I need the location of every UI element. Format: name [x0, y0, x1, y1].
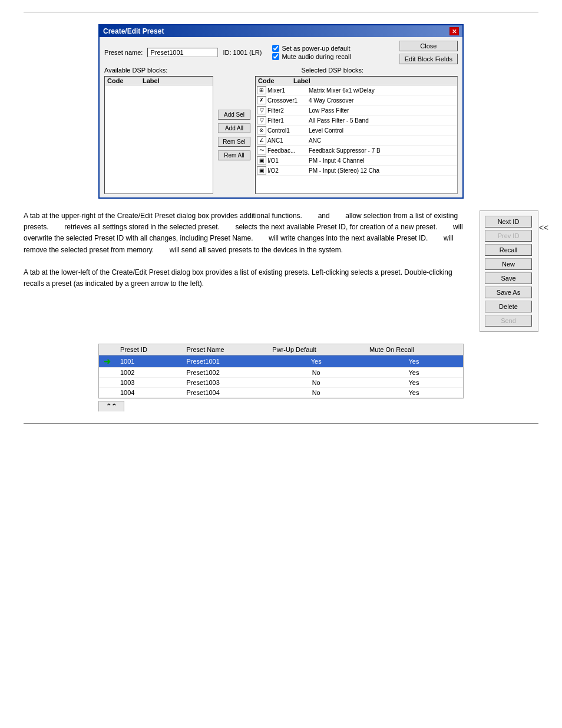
page-container: Create/Edit Preset ✕ Preset name: ID: 10… — [0, 0, 562, 436]
block-icon: ⊞ — [257, 86, 266, 94]
send-button[interactable]: Send — [485, 315, 532, 327]
add-all-button[interactable]: Add All — [218, 123, 250, 133]
available-dsp-panel[interactable]: Code Label — [104, 76, 213, 194]
side-buttons-panel: Next ID Prev ID Recall New Save Save As … — [480, 210, 538, 332]
checkbox-group: Set as power-up default Mute audio durin… — [272, 45, 351, 60]
edit-block-fields-button[interactable]: Edit Block Fields — [399, 54, 458, 64]
block-code: I/O1 — [267, 157, 309, 164]
tab-item[interactable]: ⌃⌃ — [98, 401, 124, 411]
block-label: Feedback Suppressor - 7 B — [309, 147, 456, 154]
block-icon: ▽ — [257, 116, 266, 124]
selected-dsp-panel[interactable]: Code Label ⊞ Mixer1 Matrix Mixer 6x1 w/D… — [255, 76, 458, 194]
add-sel-button[interactable]: Add Sel — [218, 110, 250, 120]
selected-block-row[interactable]: 〜 Feedbac... Feedback Suppressor - 7 B — [256, 146, 457, 156]
block-label: 4 Way Crossover — [309, 97, 456, 104]
preset-mute-cell: Yes — [365, 355, 463, 368]
arrow-cell — [99, 378, 115, 388]
block-code: ANC1 — [267, 137, 309, 144]
sel-panel-header: Code Label — [256, 77, 457, 85]
save-button[interactable]: Save — [485, 272, 532, 284]
avail-dsp-label: Available DSP blocks: — [104, 67, 167, 74]
preset-pwr-cell: No — [267, 388, 365, 398]
table-header-row: Preset ID Preset Name Pwr-Up Default Mut… — [99, 344, 463, 355]
preset-name-input[interactable] — [147, 48, 218, 57]
dialog-main-panel: Code Label Add Sel Add All Rem Sel Rem A… — [104, 76, 458, 194]
selected-block-row[interactable]: ⊗ Control1 Level Control — [256, 126, 457, 136]
table-row[interactable]: ➜ 1001 Preset1001 Yes Yes — [99, 355, 463, 368]
col-mute-header: Mute On Recall — [365, 344, 463, 355]
selected-block-row[interactable]: ∠ ANC1 ANC — [256, 136, 457, 146]
dialog-row2: Available DSP blocks: Selected DSP block… — [104, 67, 458, 74]
selected-block-row[interactable]: ⊞ Mixer1 Matrix Mixer 6x1 w/Delay — [256, 85, 457, 95]
preset-mute-cell: Yes — [365, 368, 463, 378]
preset-pwr-cell: No — [267, 368, 365, 378]
checkbox-power-up[interactable] — [272, 45, 279, 52]
checkbox-mute[interactable] — [272, 53, 279, 60]
block-label: Level Control — [309, 127, 456, 134]
close-button[interactable]: Close — [399, 41, 458, 51]
block-icon: ∠ — [257, 136, 266, 144]
body-text-left: A tab at the upper-right of the Create/E… — [24, 210, 468, 332]
checkbox-power-up-row: Set as power-up default — [272, 45, 351, 52]
block-code: Crossover1 — [267, 97, 309, 104]
arrow-cell — [99, 388, 115, 398]
block-label: PM - Input 4 Channel — [309, 157, 456, 164]
preset-table-container: Preset ID Preset Name Pwr-Up Default Mut… — [98, 344, 464, 398]
block-code: Mixer1 — [267, 87, 309, 94]
new-button[interactable]: New — [485, 258, 532, 270]
table-row[interactable]: 1002 Preset1002 No Yes — [99, 368, 463, 378]
block-icon: ▣ — [257, 156, 266, 164]
block-label: All Pass Filter - 5 Band — [309, 117, 456, 124]
mid-buttons-group: Add Sel Add All Rem Sel Rem All — [216, 76, 253, 194]
dialog-row1: Preset name: ID: 1001 (LR) Set as power-… — [104, 41, 458, 64]
preset-table: Preset ID Preset Name Pwr-Up Default Mut… — [99, 344, 463, 398]
block-icon: 〜 — [257, 146, 266, 154]
preset-name-cell: Preset1001 — [181, 355, 267, 368]
selected-block-row[interactable]: ▽ Filter2 Low Pass Filter — [256, 106, 457, 116]
preset-id-cell: 1002 — [115, 368, 181, 378]
selected-block-row[interactable]: ▣ I/O1 PM - Input 4 Channel — [256, 156, 457, 166]
selected-block-row[interactable]: ▣ I/O2 PM - Input (Stereo) 12 Cha — [256, 166, 457, 176]
avail-col-code: Code — [107, 77, 143, 84]
preset-id-cell: 1001 — [115, 355, 181, 368]
avail-col-label: Label — [143, 77, 210, 84]
prev-id-button[interactable]: Prev ID — [485, 230, 532, 242]
sel-col-code: Code — [258, 77, 293, 84]
table-row[interactable]: 1004 Preset1004 No Yes — [99, 388, 463, 398]
selected-block-row[interactable]: ✗ Crossover1 4 Way Crossover — [256, 95, 457, 106]
rem-all-button[interactable]: Rem All — [218, 150, 250, 160]
recall-button[interactable]: Recall — [485, 244, 532, 256]
preset-id-text: ID: 1001 (LR) — [223, 49, 262, 56]
delete-button[interactable]: Delete — [485, 301, 532, 312]
block-icon: ✗ — [257, 96, 266, 104]
preset-name-cell: Preset1002 — [181, 368, 267, 378]
create-edit-preset-dialog: Create/Edit Preset ✕ Preset name: ID: 10… — [98, 24, 464, 199]
block-label: Low Pass Filter — [309, 107, 456, 114]
collapse-arrows-icon: << — [539, 223, 548, 232]
preset-name-cell: Preset1003 — [181, 378, 267, 388]
arrow-cell: ➜ — [99, 355, 115, 368]
preset-pwr-cell: Yes — [267, 355, 365, 368]
block-icon: ⊗ — [257, 126, 266, 134]
selected-block-row[interactable]: ▽ Filter1 All Pass Filter - 5 Band — [256, 116, 457, 126]
save-as-button[interactable]: Save As — [485, 286, 532, 298]
checkbox-power-up-label: Set as power-up default — [282, 45, 350, 52]
block-code: I/O2 — [267, 167, 309, 174]
col-name-header: Preset Name — [181, 344, 267, 355]
preset-pwr-cell: No — [267, 378, 365, 388]
block-code: Control1 — [267, 127, 309, 134]
dialog-close-x[interactable]: ✕ — [449, 27, 459, 35]
next-id-button[interactable]: Next ID — [485, 216, 532, 228]
avail-panel-header: Code Label — [105, 77, 213, 85]
preset-table-body: ➜ 1001 Preset1001 Yes Yes 1002 Preset100… — [99, 355, 463, 398]
body-section: A tab at the upper-right of the Create/E… — [24, 210, 538, 332]
arrow-cell — [99, 368, 115, 378]
table-row[interactable]: 1003 Preset1003 No Yes — [99, 378, 463, 388]
block-icon: ▽ — [257, 106, 266, 114]
rem-sel-button[interactable]: Rem Sel — [218, 137, 250, 147]
preset-id-cell: 1003 — [115, 378, 181, 388]
green-arrow-icon: ➜ — [104, 357, 111, 366]
checkbox-mute-row: Mute audio during recall — [272, 53, 351, 60]
body-para2: A tab at the lower-left of the Create/Ed… — [24, 267, 468, 289]
top-rule — [24, 12, 538, 12]
